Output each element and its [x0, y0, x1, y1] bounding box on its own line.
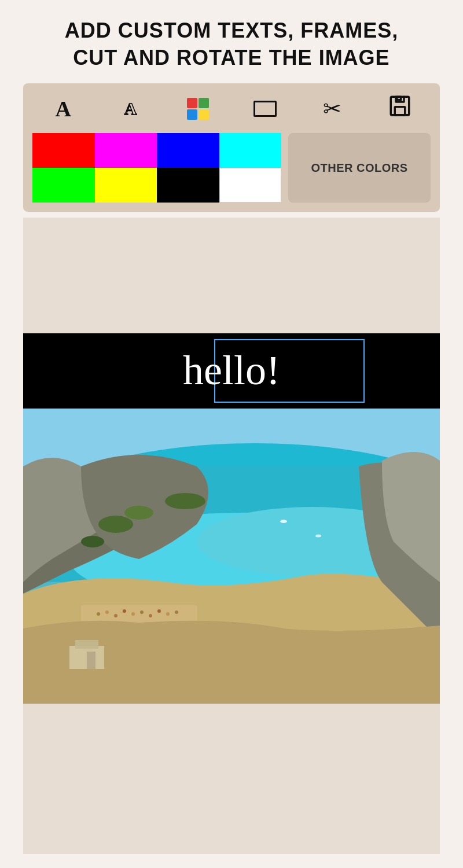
- svg-point-14: [105, 610, 109, 614]
- swatch-white[interactable]: [219, 168, 282, 203]
- svg-point-23: [280, 520, 287, 523]
- other-colors-label: OTHER COLORS: [311, 161, 407, 174]
- svg-point-20: [157, 609, 161, 613]
- page-title: ADD CUSTOM TEXTS, FRAMES, CUT AND ROTATE…: [65, 17, 398, 72]
- svg-point-16: [123, 609, 126, 613]
- save-button[interactable]: [369, 93, 431, 125]
- swatch-black[interactable]: [157, 168, 219, 203]
- cut-button[interactable]: ✂: [302, 93, 363, 125]
- svg-point-18: [140, 610, 144, 614]
- svg-point-24: [315, 534, 321, 537]
- save-icon: [388, 94, 412, 123]
- scissors-icon: ✂: [323, 96, 341, 122]
- grid-button[interactable]: [167, 93, 229, 125]
- svg-point-10: [81, 536, 104, 547]
- swatch-green[interactable]: [32, 168, 95, 203]
- other-colors-button[interactable]: OTHER COLORS: [288, 133, 431, 203]
- swatch-yellow[interactable]: [95, 168, 157, 203]
- toolbar: A A ✂: [32, 93, 431, 125]
- svg-point-19: [149, 614, 152, 617]
- canvas-area: [23, 218, 440, 333]
- svg-point-11: [165, 493, 205, 509]
- text-outline-button[interactable]: A: [100, 93, 161, 125]
- text-plain-icon: A: [55, 96, 71, 122]
- swatch-blue[interactable]: [157, 133, 219, 168]
- svg-point-17: [131, 612, 135, 616]
- bottom-area: [23, 704, 440, 854]
- svg-rect-1: [395, 107, 405, 115]
- black-bar: hello!: [23, 333, 440, 409]
- editor-panel: A A ✂: [23, 83, 440, 212]
- swatch-magenta[interactable]: [95, 133, 157, 168]
- text-outline-icon: A: [124, 99, 137, 119]
- frame-button[interactable]: [234, 93, 296, 125]
- title-line2: CUT AND ROTATE THE IMAGE: [73, 46, 389, 69]
- frame-icon: [253, 101, 277, 117]
- svg-point-13: [97, 612, 100, 616]
- svg-point-8: [98, 516, 133, 533]
- beach-image: [23, 409, 440, 704]
- svg-point-21: [166, 612, 170, 616]
- grid-icon: [187, 98, 209, 120]
- image-container: hello!: [23, 333, 440, 704]
- svg-rect-2: [397, 97, 401, 100]
- color-swatches: [32, 133, 281, 203]
- title-line1: ADD CUSTOM TEXTS, FRAMES,: [65, 19, 398, 42]
- svg-rect-27: [87, 652, 95, 669]
- canvas-text[interactable]: hello!: [183, 347, 280, 395]
- svg-point-9: [124, 506, 153, 520]
- swatch-cyan[interactable]: [219, 133, 282, 168]
- svg-point-22: [175, 610, 178, 614]
- svg-point-15: [114, 614, 117, 617]
- color-grid-row: OTHER COLORS: [32, 133, 431, 203]
- swatch-red[interactable]: [32, 133, 95, 168]
- svg-rect-26: [75, 640, 98, 649]
- text-plain-button[interactable]: A: [32, 93, 94, 125]
